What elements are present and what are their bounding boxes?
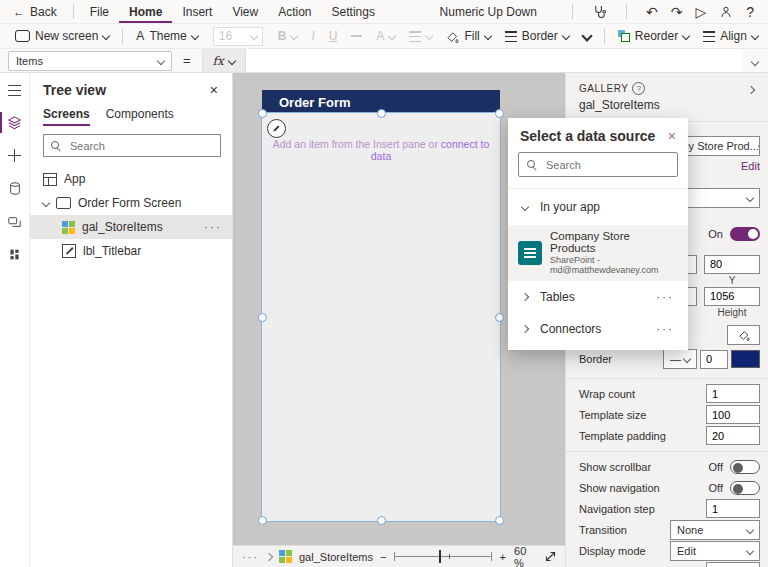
strikethrough-button[interactable] — [344, 24, 369, 48]
gallery-control[interactable]: Add an item from the Insert pane or conn… — [262, 113, 500, 521]
close-icon[interactable]: × — [668, 128, 676, 144]
search-icon — [51, 141, 61, 151]
group-overflow-button[interactable]: ··· — [656, 290, 674, 304]
template-padding-input[interactable] — [706, 426, 760, 445]
italic-icon: I — [311, 29, 314, 43]
rail-advanced-tools-button[interactable] — [0, 248, 30, 261]
divider — [566, 378, 768, 379]
color-picker-button[interactable] — [727, 325, 760, 345]
play-icon[interactable]: ▷ — [695, 5, 706, 19]
menu-view[interactable]: View — [222, 0, 268, 23]
edit-fields-link[interactable]: Edit — [741, 160, 760, 172]
tree-search-input[interactable] — [68, 139, 214, 153]
tree-item-app[interactable]: App — [30, 167, 232, 191]
selection-handle[interactable] — [377, 109, 386, 118]
screen-icon — [15, 30, 30, 42]
app-checker-icon[interactable] — [592, 4, 607, 19]
selection-handle[interactable] — [495, 109, 504, 118]
popup-search-input[interactable] — [544, 158, 690, 172]
show-navigation-toggle[interactable] — [730, 481, 760, 495]
more-formatting-button[interactable] — [576, 24, 598, 48]
fill-button[interactable]: Fill — [439, 24, 497, 48]
undo-icon[interactable]: ↶ — [646, 5, 658, 19]
menu-home[interactable]: Home — [119, 0, 172, 23]
canvas-footer: ··· gal_StoreItems − + 60 % — [233, 545, 565, 567]
section-in-your-app[interactable]: In your app — [508, 189, 688, 225]
border-color-swatch[interactable] — [731, 350, 760, 368]
new-screen-button[interactable]: New screen — [8, 24, 116, 48]
tree-item-gallery[interactable]: gal_StoreItems ··· — [30, 215, 232, 239]
underline-button[interactable]: U — [322, 24, 345, 48]
screen-artboard[interactable]: Order Form Add an item from the Insert p… — [262, 90, 500, 521]
border-button[interactable]: Border — [498, 24, 576, 48]
zoom-in-button[interactable]: + — [500, 551, 506, 563]
group-connectors[interactable]: Connectors ··· — [508, 313, 688, 350]
align-button[interactable]: Align — [696, 24, 765, 48]
help-icon[interactable]: ? — [746, 5, 754, 19]
show-scrollbar-toggle[interactable] — [730, 460, 760, 474]
rail-data-button[interactable] — [0, 181, 30, 196]
display-mode-dropdown[interactable]: Edit — [670, 541, 760, 561]
rail-tree-view-button[interactable] — [0, 115, 30, 130]
transition-dropdown[interactable]: None — [670, 520, 760, 540]
close-icon[interactable]: × — [210, 82, 218, 98]
formula-expand-button[interactable] — [742, 54, 768, 68]
text-align-button[interactable] — [402, 24, 439, 48]
bold-button[interactable]: B — [271, 24, 305, 48]
tree-item-screen[interactable]: Order Form Screen — [30, 191, 232, 215]
chevron-down-icon — [581, 30, 592, 41]
footer-overflow-button[interactable]: ··· — [242, 551, 259, 563]
selection-handle[interactable] — [495, 313, 504, 322]
border-width-input[interactable] — [700, 350, 728, 369]
screen-title-text: Order Form — [279, 95, 351, 110]
menu-settings[interactable]: Settings — [322, 0, 385, 23]
selection-handle[interactable] — [495, 516, 504, 525]
tab-components[interactable]: Components — [106, 104, 174, 126]
tree-item-label[interactable]: lbl_Titlebar — [30, 239, 232, 263]
wrap-count-input[interactable] — [706, 384, 760, 403]
reorder-button[interactable]: Reorder — [611, 24, 696, 48]
menu-file[interactable]: File — [80, 0, 119, 23]
selection-handle[interactable] — [258, 109, 267, 118]
help-icon[interactable]: ? — [632, 82, 645, 95]
zoom-slider[interactable] — [394, 552, 491, 561]
tab-index-input[interactable] — [706, 562, 760, 567]
property-selector[interactable]: Items — [8, 51, 172, 71]
selection-handle[interactable] — [258, 516, 267, 525]
theme-button[interactable]: A Theme — [129, 24, 204, 48]
border-style-dropdown[interactable]: — — [663, 349, 697, 369]
height-input[interactable] — [704, 287, 760, 306]
rail-media-button[interactable] — [0, 215, 30, 229]
visible-toggle[interactable] — [730, 227, 760, 241]
font-size-select[interactable]: 16 — [213, 27, 263, 46]
back-button[interactable]: ← Back — [0, 5, 67, 19]
menu-insert[interactable]: Insert — [172, 0, 222, 23]
datasource-item[interactable]: Company Store Products SharePoint - md@m… — [508, 225, 688, 281]
panel-collapse-button[interactable] — [748, 83, 756, 95]
fit-to-window-button[interactable] — [545, 551, 556, 562]
fx-button[interactable]: fx — [202, 49, 246, 72]
template-size-input[interactable] — [706, 405, 760, 424]
y-input[interactable] — [704, 255, 760, 274]
group-overflow-button[interactable]: ··· — [656, 322, 674, 336]
tree-search-box[interactable] — [43, 134, 221, 157]
share-person-icon[interactable] — [719, 5, 733, 19]
italic-button[interactable]: I — [304, 24, 321, 48]
zoom-slider-thumb[interactable] — [439, 550, 441, 563]
menu-action[interactable]: Action — [268, 0, 321, 23]
item-overflow-button[interactable]: ··· — [204, 220, 232, 234]
font-color-button[interactable]: A — [369, 24, 402, 48]
tab-screens[interactable]: Screens — [43, 104, 90, 126]
rail-insert-button[interactable] — [0, 149, 30, 162]
edit-pencil-button[interactable] — [267, 119, 286, 138]
rail-menu-button[interactable] — [0, 85, 30, 96]
tree-view-icon — [7, 115, 22, 130]
selection-handle[interactable] — [258, 313, 267, 322]
formula-input[interactable] — [246, 49, 742, 72]
redo-icon[interactable]: ↷ — [671, 5, 683, 19]
zoom-out-button[interactable]: − — [380, 551, 386, 563]
navigation-step-input[interactable] — [706, 499, 760, 518]
group-tables[interactable]: Tables ··· — [508, 281, 688, 313]
popup-search-box[interactable] — [518, 152, 678, 177]
selection-handle[interactable] — [377, 516, 386, 525]
